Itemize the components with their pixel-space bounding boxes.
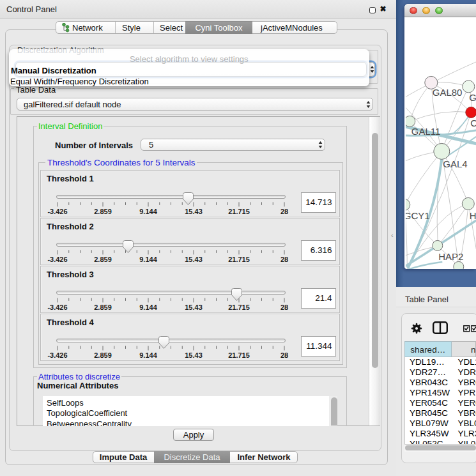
svg-text:H: H [469, 210, 475, 221]
svg-text:HAP2: HAP2 [438, 251, 463, 262]
svg-text:GCY1: GCY1 [406, 210, 430, 221]
svg-text:GAL11: GAL11 [411, 126, 440, 137]
svg-text:CY: CY [470, 118, 476, 128]
svg-text:GAL80: GAL80 [432, 87, 462, 98]
svg-text:GAL4: GAL4 [443, 158, 467, 169]
svg-text:GA: GA [469, 92, 476, 103]
